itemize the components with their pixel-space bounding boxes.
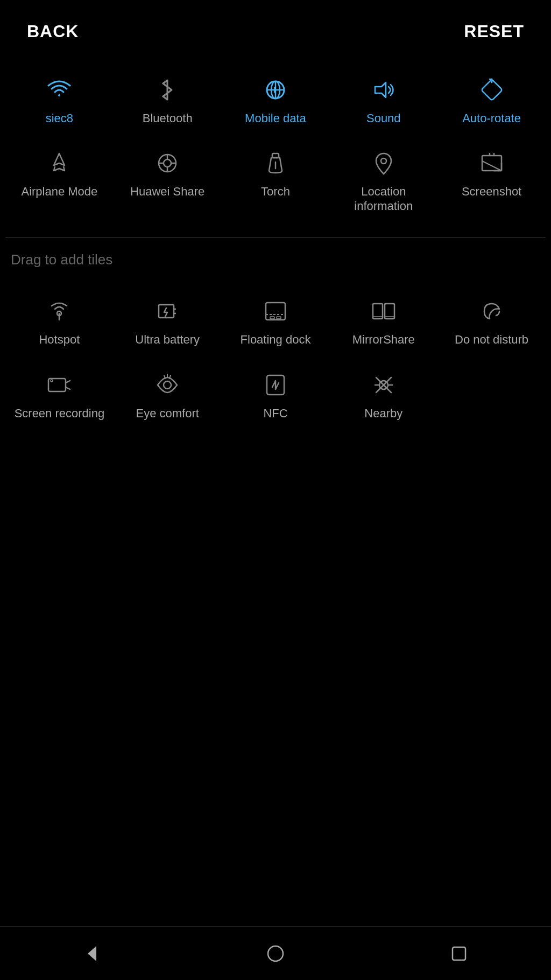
tile-label-location-information: Location information: [332, 185, 435, 213]
tile-label-eye-comfort: Eye comfort: [136, 407, 199, 421]
available-tiles-grid: Hotspot Ultra battery Floating dock Mirr…: [0, 274, 551, 442]
available-tile-do-not-disturb[interactable]: Do not disturb: [437, 284, 546, 358]
bottom-nav: [0, 926, 551, 980]
tile-airplane-mode[interactable]: Airplane Mode: [5, 136, 114, 224]
divider: [5, 237, 546, 238]
drag-to-add-label: Drag to add tiles: [0, 241, 551, 274]
tile-mobile-data[interactable]: I Mobile data: [222, 63, 330, 136]
available-tile-ultra-battery[interactable]: Ultra battery: [114, 284, 222, 358]
svg-point-10: [164, 159, 171, 167]
tile-screenshot[interactable]: Screenshot: [437, 136, 546, 224]
screen-recording-icon: [43, 369, 75, 401]
eye-comfort-icon: [151, 369, 183, 401]
airplane-icon: [43, 147, 75, 179]
available-tile-nearby[interactable]: Nearby: [329, 358, 437, 431]
available-tile-eye-comfort[interactable]: Eye comfort: [114, 358, 222, 431]
svg-rect-18: [482, 156, 501, 171]
location-icon: [368, 147, 400, 179]
tile-label-siec8: siec8: [46, 111, 73, 125]
bluetooth-icon: [151, 74, 183, 106]
nfc-icon: [259, 369, 292, 401]
svg-point-36: [51, 380, 53, 382]
nav-recents-button[interactable]: [448, 943, 470, 964]
available-tile-nfc[interactable]: NFC: [222, 358, 330, 431]
tile-label-torch: Torch: [261, 185, 290, 199]
svg-marker-6: [375, 82, 386, 97]
do-not-disturb-icon: [476, 295, 508, 327]
tile-label-huawei-share: Huawei Share: [130, 185, 204, 199]
tile-label-airplane-mode: Airplane Mode: [21, 185, 97, 199]
floating-dock-icon: [259, 295, 292, 327]
tile-label-nearby: Nearby: [364, 407, 402, 421]
tile-label-screenshot: Screenshot: [462, 185, 521, 199]
tile-huawei-share[interactable]: Huawei Share: [114, 136, 222, 224]
wifi-icon: [43, 74, 75, 106]
torch-icon: [259, 147, 292, 179]
tile-label-ultra-battery: Ultra battery: [135, 333, 200, 347]
tile-label-hotspot: Hotspot: [39, 333, 80, 347]
screenshot-icon: [476, 147, 508, 179]
active-tiles-grid: siec8 Bluetooth I Mobile data Sound Auto…: [0, 52, 551, 235]
tile-label-mobile-data: Mobile data: [245, 111, 306, 125]
svg-point-39: [164, 381, 171, 389]
svg-rect-29: [270, 317, 274, 319]
tile-siec8[interactable]: siec8: [5, 63, 114, 136]
svg-point-17: [381, 158, 386, 164]
mirrorshare-icon: [368, 295, 400, 327]
svg-rect-30: [277, 317, 281, 319]
tile-label-floating-dock: Floating dock: [241, 333, 311, 347]
available-tile-floating-dock[interactable]: Floating dock: [222, 284, 330, 358]
svg-point-48: [268, 946, 283, 961]
ultra-battery-icon: [151, 295, 183, 327]
mobile-data-icon: I: [259, 74, 292, 106]
available-tile-mirrorshare[interactable]: MirrorShare: [329, 284, 437, 358]
tile-torch[interactable]: Torch: [222, 136, 330, 224]
available-tile-screen-recording[interactable]: Screen recording: [5, 358, 114, 431]
tile-location-information[interactable]: Location information: [329, 136, 437, 224]
tile-label-auto-rotate: Auto-rotate: [462, 111, 521, 125]
sound-icon: [368, 74, 400, 106]
svg-rect-49: [453, 947, 465, 960]
nav-home-button[interactable]: [265, 943, 286, 964]
auto-rotate-icon: [476, 74, 508, 106]
hotspot-icon: [43, 295, 75, 327]
header: BACK RESET: [0, 0, 551, 52]
tile-label-screen-recording: Screen recording: [15, 407, 105, 421]
svg-marker-47: [88, 946, 96, 961]
tile-bluetooth[interactable]: Bluetooth: [114, 63, 222, 136]
huawei-share-icon: [151, 147, 183, 179]
svg-text:I: I: [273, 86, 276, 94]
nav-back-button[interactable]: [81, 943, 103, 964]
tile-label-nfc: NFC: [263, 407, 287, 421]
svg-line-21: [482, 161, 501, 171]
reset-button[interactable]: RESET: [464, 22, 524, 41]
tile-label-mirrorshare: MirrorShare: [352, 333, 415, 347]
nearby-icon: [368, 369, 400, 401]
back-button[interactable]: BACK: [27, 22, 79, 41]
tile-sound[interactable]: Sound: [329, 63, 437, 136]
tile-label-bluetooth: Bluetooth: [143, 111, 193, 125]
tile-label-do-not-disturb: Do not disturb: [455, 333, 528, 347]
tile-label-sound: Sound: [366, 111, 401, 125]
svg-rect-27: [266, 303, 285, 320]
tile-auto-rotate[interactable]: Auto-rotate: [437, 63, 546, 136]
available-tile-hotspot[interactable]: Hotspot: [5, 284, 114, 358]
